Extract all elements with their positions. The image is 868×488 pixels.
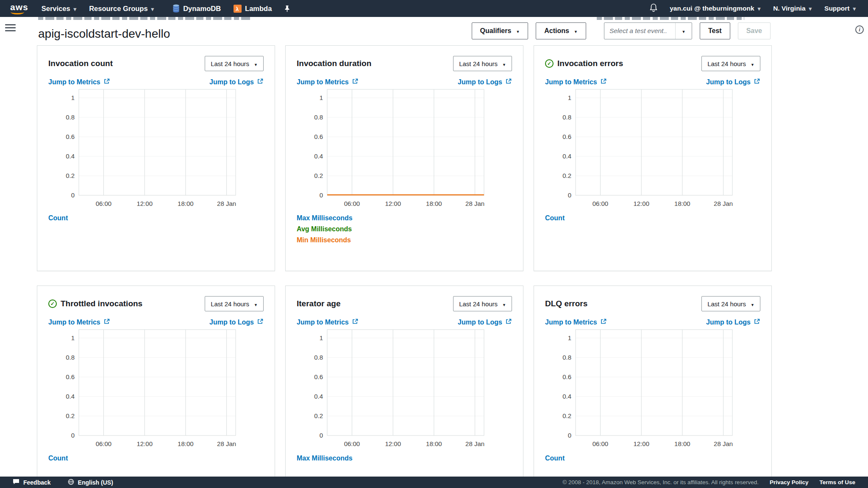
test-button[interactable]: Test bbox=[700, 22, 730, 39]
account-menu[interactable]: yan.cui @ theburningmonk bbox=[663, 0, 767, 17]
svg-text:0.8: 0.8 bbox=[66, 354, 75, 361]
jump-to-logs-link[interactable]: Jump to Logs bbox=[458, 318, 512, 327]
svg-text:0.2: 0.2 bbox=[314, 412, 323, 419]
feedback-button[interactable]: Feedback bbox=[13, 479, 51, 486]
chevron-down-icon bbox=[758, 5, 761, 12]
svg-text:18:00: 18:00 bbox=[674, 440, 690, 447]
privacy-policy-link[interactable]: Privacy Policy bbox=[770, 479, 809, 485]
resource-groups-menu[interactable]: Resource Groups bbox=[83, 0, 160, 17]
svg-text:0.6: 0.6 bbox=[66, 373, 75, 380]
svg-text:06:00: 06:00 bbox=[344, 440, 360, 447]
qualifiers-button[interactable]: Qualifiers bbox=[472, 22, 529, 39]
svg-text:1: 1 bbox=[568, 334, 571, 341]
svg-text:0: 0 bbox=[568, 432, 571, 439]
legend-item[interactable]: Count bbox=[48, 214, 264, 222]
jump-to-metrics-link[interactable]: Jump to Metrics bbox=[297, 318, 359, 327]
metric-card: Iterator age Last 24 hours Jump to Metri… bbox=[285, 286, 523, 477]
time-range-dropdown[interactable]: Last 24 hours bbox=[453, 296, 512, 311]
jump-to-metrics-label: Jump to Metrics bbox=[545, 319, 597, 326]
jump-to-metrics-label: Jump to Metrics bbox=[545, 78, 597, 86]
console-footer: Feedback English (US) © 2008 - 2018, Ama… bbox=[0, 477, 868, 488]
region-menu-label: N. Virginia bbox=[773, 5, 805, 12]
jump-to-logs-label: Jump to Logs bbox=[458, 319, 502, 326]
svg-text:1: 1 bbox=[320, 94, 323, 101]
chevron-down-icon bbox=[151, 5, 154, 13]
jump-to-logs-link[interactable]: Jump to Logs bbox=[209, 318, 264, 327]
legend-item[interactable]: Min Milliseconds bbox=[297, 236, 512, 244]
svg-text:1: 1 bbox=[320, 334, 323, 341]
nav-shortcut-dynamodb[interactable]: DynamoDB bbox=[166, 0, 227, 17]
svg-text:18:00: 18:00 bbox=[674, 200, 690, 207]
legend-item[interactable]: Count bbox=[545, 455, 760, 462]
jump-to-logs-label: Jump to Logs bbox=[706, 319, 751, 326]
feedback-label: Feedback bbox=[23, 479, 51, 486]
jump-to-metrics-link[interactable]: Jump to Metrics bbox=[297, 78, 359, 86]
svg-text:06:00: 06:00 bbox=[593, 440, 609, 447]
time-range-label: Last 24 hours bbox=[211, 300, 249, 308]
jump-to-logs-link[interactable]: Jump to Logs bbox=[458, 78, 512, 86]
legend-item[interactable]: Count bbox=[48, 455, 264, 462]
jump-to-logs-link[interactable]: Jump to Logs bbox=[706, 318, 760, 327]
time-range-dropdown[interactable]: Last 24 hours bbox=[205, 296, 264, 311]
legend-item[interactable]: Avg Milliseconds bbox=[297, 225, 512, 233]
metric-card-title: DLQ errors bbox=[545, 299, 587, 308]
function-page-header: apig-iscoldstart-dev-hello Qualifiers Ac… bbox=[0, 17, 868, 47]
jump-to-logs-link[interactable]: Jump to Logs bbox=[209, 78, 264, 86]
svg-text:0.4: 0.4 bbox=[314, 393, 323, 400]
external-link-icon bbox=[754, 318, 760, 327]
info-icon[interactable] bbox=[855, 25, 864, 34]
time-range-dropdown[interactable]: Last 24 hours bbox=[205, 56, 264, 71]
status-ok-icon bbox=[545, 59, 554, 68]
language-selector[interactable]: English (US) bbox=[68, 479, 113, 486]
jump-to-metrics-link[interactable]: Jump to Metrics bbox=[545, 78, 607, 86]
jump-to-metrics-link[interactable]: Jump to Metrics bbox=[48, 318, 110, 327]
chart-canvas: 10.80.60.40.2006:0012:0018:0028 Jan bbox=[297, 87, 513, 211]
metric-card-links: Jump to Metrics Jump to Logs bbox=[48, 78, 264, 86]
metric-card: Invocation count Last 24 hours Jump to M… bbox=[37, 45, 275, 271]
hamburger-menu-icon[interactable] bbox=[5, 22, 16, 33]
svg-text:06:00: 06:00 bbox=[96, 440, 112, 447]
pin-shortcuts-button[interactable] bbox=[278, 0, 296, 17]
time-range-dropdown[interactable]: Last 24 hours bbox=[701, 296, 760, 311]
test-event-placeholder: Select a test event.. bbox=[604, 27, 675, 35]
chevron-down-icon bbox=[675, 23, 692, 39]
actions-button[interactable]: Actions bbox=[536, 22, 586, 39]
support-menu-label: Support bbox=[824, 5, 849, 12]
svg-text:λ: λ bbox=[236, 6, 239, 12]
terms-of-use-link[interactable]: Terms of Use bbox=[819, 479, 855, 485]
chart-canvas: 10.80.60.40.2006:0012:0018:0028 Jan bbox=[48, 87, 264, 211]
svg-text:1: 1 bbox=[71, 334, 75, 341]
services-menu[interactable]: Services bbox=[35, 0, 83, 17]
chart-legend: Count bbox=[545, 455, 760, 462]
support-menu[interactable]: Support bbox=[818, 0, 862, 17]
legend-item[interactable]: Max Milliseconds bbox=[297, 455, 512, 462]
time-range-label: Last 24 hours bbox=[459, 300, 498, 308]
metric-chart: 10.80.60.40.2006:0012:0018:0028 Jan bbox=[545, 327, 760, 453]
aws-logo[interactable]: aws bbox=[6, 2, 35, 15]
nav-shortcut-lambda[interactable]: λ Lambda bbox=[227, 0, 278, 17]
globe-icon bbox=[68, 479, 74, 486]
notifications-button[interactable] bbox=[644, 3, 663, 14]
region-menu[interactable]: N. Virginia bbox=[767, 0, 818, 17]
svg-text:0.2: 0.2 bbox=[66, 172, 75, 179]
function-name-title: apig-iscoldstart-dev-hello bbox=[38, 27, 170, 41]
metric-chart: 10.80.60.40.2006:0012:0018:0028 Jan bbox=[48, 327, 264, 453]
jump-to-logs-link[interactable]: Jump to Logs bbox=[706, 78, 760, 86]
time-range-dropdown[interactable]: Last 24 hours bbox=[701, 56, 760, 71]
svg-text:0.6: 0.6 bbox=[562, 133, 571, 140]
metric-chart: 10.80.60.40.2006:0012:0018:0028 Jan bbox=[545, 87, 760, 213]
save-button[interactable]: Save bbox=[738, 22, 771, 39]
svg-text:28 Jan: 28 Jan bbox=[217, 200, 236, 207]
legend-item[interactable]: Max Milliseconds bbox=[297, 214, 512, 222]
metric-card-head: Throttled invocations Last 24 hours bbox=[48, 296, 264, 311]
metric-card-title: Invocation count bbox=[48, 59, 113, 68]
jump-to-metrics-link[interactable]: Jump to Metrics bbox=[545, 318, 607, 327]
time-range-dropdown[interactable]: Last 24 hours bbox=[453, 56, 512, 71]
legend-item[interactable]: Count bbox=[545, 214, 760, 222]
metric-card: DLQ errors Last 24 hours Jump to Metrics bbox=[534, 286, 772, 477]
test-button-label: Test bbox=[708, 27, 722, 35]
jump-to-metrics-link[interactable]: Jump to Metrics bbox=[48, 78, 110, 86]
svg-text:0.2: 0.2 bbox=[562, 172, 571, 179]
chevron-down-icon bbox=[502, 300, 506, 308]
test-event-select[interactable]: Select a test event.. bbox=[604, 22, 692, 39]
